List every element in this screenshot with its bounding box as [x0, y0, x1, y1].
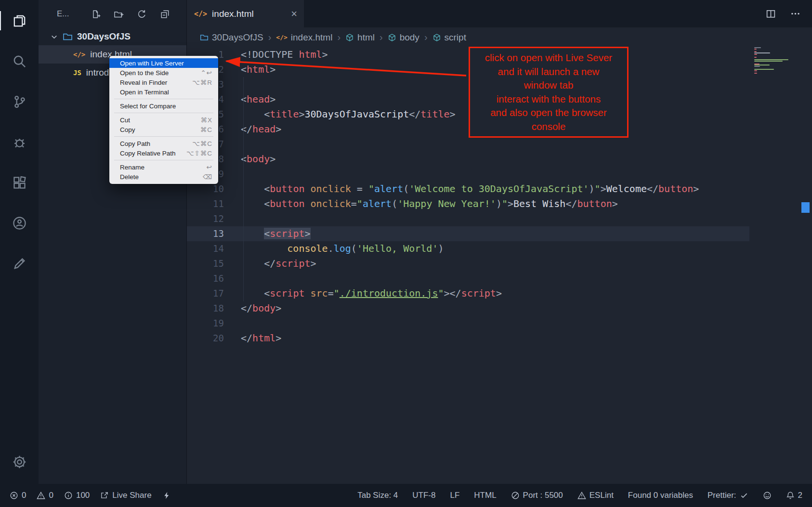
- menu-item-copy-relative-path[interactable]: Copy Relative Path⌥⇧⌘C: [109, 148, 218, 158]
- code-line-5[interactable]: 5 <title>30DaysOfJavaScript</title>: [186, 107, 749, 122]
- menu-item-copy-path[interactable]: Copy Path⌥⌘C: [109, 139, 218, 148]
- code-text: <title>30DaysOfJavaScript</title>: [241, 107, 456, 122]
- status-encoding[interactable]: UTF-8: [412, 491, 435, 500]
- minimap-line: [754, 54, 757, 55]
- status-info[interactable]: 100: [64, 491, 90, 500]
- menu-item-rename[interactable]: Rename↩: [109, 162, 218, 172]
- code-line-17[interactable]: 17 <script src="./introduction.js"></scr…: [186, 286, 749, 301]
- code-line-7[interactable]: 7: [186, 137, 749, 152]
- breadcrumb: 30DaysOfJS›</>index.html›html›body›scrip…: [186, 27, 812, 47]
- code-line-2[interactable]: 2<html>: [186, 62, 749, 77]
- more-actions-icon[interactable]: [790, 9, 800, 19]
- status-tab-size[interactable]: Tab Size: 4: [357, 491, 398, 500]
- breadcrumb-symbol-body[interactable]: body: [388, 32, 419, 43]
- menu-item-cut[interactable]: Cut⌘X: [109, 115, 218, 125]
- explorer-icon[interactable]: [8, 9, 31, 32]
- status-eslint[interactable]: ESLint: [577, 491, 614, 500]
- breadcrumb-label: script: [445, 32, 466, 43]
- menu-item-delete[interactable]: Delete⌫: [109, 172, 218, 182]
- status-live-share[interactable]: Live Share: [100, 491, 151, 500]
- feedback-icon[interactable]: [8, 252, 31, 275]
- code-line-16[interactable]: 16: [186, 271, 749, 286]
- settings-icon[interactable]: [8, 450, 31, 473]
- code-text: </script>: [241, 256, 316, 271]
- code-lines: 1<!DOCTYPE html>2<html>34<head>5 <title>…: [186, 47, 749, 346]
- tab-index-html[interactable]: </> index.html ×: [186, 0, 304, 27]
- line-number: 13: [186, 226, 241, 241]
- breadcrumb-symbol-script[interactable]: script: [432, 32, 466, 43]
- status-prettier[interactable]: Prettier:: [707, 491, 748, 500]
- sidebar-folder-30daysofjs[interactable]: 30DaysOfJS: [39, 28, 186, 45]
- code-line-10[interactable]: 10 <button onclick = "alert('Welcome to …: [186, 182, 749, 196]
- code-text: <body>: [241, 152, 275, 167]
- breadcrumb-symbol-html[interactable]: html: [345, 32, 375, 43]
- status-label: HTML: [474, 491, 496, 500]
- code-text: <head>: [241, 92, 275, 107]
- code-line-11[interactable]: 11 <button onclick="alert('Happy New Yea…: [186, 196, 749, 211]
- status-found-variables[interactable]: Found 0 variables: [628, 491, 693, 500]
- code-line-19[interactable]: 19: [186, 316, 749, 331]
- code-text: </html>: [241, 331, 281, 346]
- new-file-icon[interactable]: [90, 9, 101, 19]
- code-line-4[interactable]: 4<head>: [186, 92, 749, 107]
- minimap[interactable]: [753, 47, 799, 182]
- status-lightning[interactable]: [162, 491, 171, 500]
- menu-item-open-in-terminal[interactable]: Open in Terminal: [109, 87, 218, 97]
- code-text: console.log('Hello, World'): [241, 241, 444, 256]
- menu-item-label: Copy Relative Path: [120, 150, 176, 157]
- menu-item-reveal-in-finder[interactable]: Reveal in Finder⌥⌘R: [109, 78, 218, 87]
- menu-item-open-with-live-server[interactable]: Open with Live Server: [109, 58, 218, 68]
- vscode-window: E... 30DaysOfJS </>index.htmlJSintroduct…: [0, 0, 812, 507]
- status-errors[interactable]: 0: [10, 491, 26, 500]
- menu-item-label: Copy Path: [120, 140, 150, 147]
- minimap-line: [754, 52, 770, 53]
- menu-item-label: Select for Compare: [120, 103, 176, 110]
- html-file-icon: </>: [194, 10, 207, 18]
- menu-item-open-to-the-side[interactable]: Open to the Side⌃↩: [109, 68, 218, 78]
- folder-label: 30DaysOfJS: [77, 31, 131, 42]
- breadcrumb-folder-30daysofjs[interactable]: 30DaysOfJS: [200, 32, 263, 43]
- minimap-line: [754, 59, 788, 60]
- status-eol[interactable]: LF: [450, 491, 459, 500]
- code-line-3[interactable]: 3: [186, 77, 749, 92]
- extensions-icon[interactable]: [8, 171, 31, 194]
- line-number: 12: [186, 211, 241, 226]
- tab-close-icon[interactable]: ×: [291, 9, 297, 19]
- refresh-icon[interactable]: [136, 9, 147, 19]
- activity-bar: [0, 0, 39, 484]
- code-line-14[interactable]: 14 console.log('Hello, World'): [186, 241, 749, 256]
- code-line-6[interactable]: 6</head>: [186, 122, 749, 137]
- menu-item-copy[interactable]: Copy⌘C: [109, 125, 218, 134]
- code-line-20[interactable]: 20</html>: [186, 331, 749, 346]
- code-line-12[interactable]: 12: [186, 211, 749, 226]
- search-icon[interactable]: [8, 50, 31, 73]
- live-share-icon[interactable]: [8, 211, 31, 234]
- menu-item-select-for-compare[interactable]: Select for Compare: [109, 101, 218, 111]
- status-language-mode[interactable]: HTML: [474, 491, 496, 500]
- code-line-9[interactable]: 9: [186, 167, 749, 182]
- status-warnings[interactable]: 0: [37, 491, 53, 500]
- menu-item-label: Open in Terminal: [120, 89, 169, 96]
- status-port[interactable]: Port : 5500: [511, 491, 563, 500]
- new-folder-icon[interactable]: [113, 9, 124, 19]
- breadcrumb-separator-icon: ›: [268, 32, 272, 43]
- menu-item-label: Delete: [120, 173, 139, 181]
- split-editor-icon[interactable]: [766, 9, 776, 19]
- collapse-all-icon[interactable]: [159, 9, 170, 19]
- code-line-1[interactable]: 1<!DOCTYPE html>: [186, 47, 749, 62]
- menu-item-label: Rename: [120, 164, 144, 171]
- run-debug-icon[interactable]: [8, 130, 31, 154]
- status-feedback-smiley[interactable]: [763, 491, 772, 500]
- code-line-13[interactable]: 13 <script>: [186, 226, 749, 241]
- cube-icon: [345, 33, 354, 42]
- code-line-8[interactable]: 8<body>: [186, 152, 749, 167]
- breadcrumb-label: html: [357, 32, 375, 43]
- code-line-18[interactable]: 18</body>: [186, 301, 749, 316]
- code-line-15[interactable]: 15 </script>: [186, 256, 749, 271]
- line-number: 20: [186, 331, 241, 346]
- status-notifications[interactable]: 2: [786, 491, 802, 500]
- source-control-icon[interactable]: [8, 90, 31, 113]
- breadcrumb-file-index-html[interactable]: </>index.html: [276, 32, 332, 43]
- activity-bar-bottom: [8, 450, 31, 473]
- status-bar: 00100Live Share Tab Size: 4UTF-8LFHTMLPo…: [0, 484, 812, 507]
